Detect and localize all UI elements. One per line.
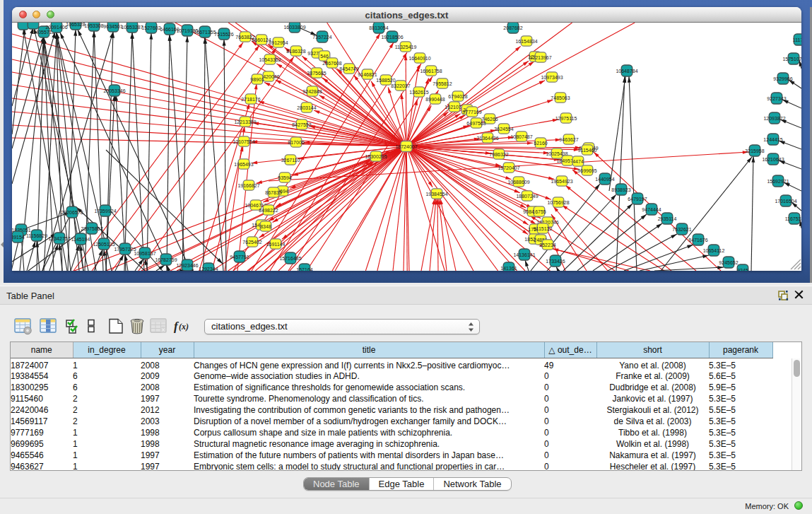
svg-text:9242848: 9242848 <box>302 89 322 94</box>
svg-text:7625402: 7625402 <box>242 240 261 245</box>
svg-text:1362615: 1362615 <box>409 90 428 95</box>
svg-text:12505135: 12505135 <box>93 242 114 247</box>
svg-text:(x): (x) <box>179 322 189 332</box>
svg-text:9146821: 9146821 <box>358 72 377 77</box>
svg-text:1691144: 1691144 <box>266 242 286 247</box>
svg-text:16033809: 16033809 <box>283 25 305 30</box>
svg-text:62160: 62160 <box>534 141 548 146</box>
svg-text:1733426: 1733426 <box>546 259 565 264</box>
svg-text:19166827: 19166827 <box>237 183 259 188</box>
svg-text:2803144: 2803144 <box>297 105 316 110</box>
svg-text:9329966: 9329966 <box>773 76 792 81</box>
svg-text:1440954: 1440954 <box>595 177 614 182</box>
svg-text:16640910: 16640910 <box>408 56 430 61</box>
svg-text:9699695: 9699695 <box>577 168 596 173</box>
svg-text:10688609: 10688609 <box>507 180 529 185</box>
svg-text:12923446: 12923446 <box>176 263 198 268</box>
svg-text:17957225: 17957225 <box>114 247 136 252</box>
svg-text:16210643: 16210643 <box>762 157 784 162</box>
svg-text:12213389: 12213389 <box>234 119 256 124</box>
svg-text:19218506: 19218506 <box>381 35 403 40</box>
svg-text:7632621: 7632621 <box>672 227 691 232</box>
svg-text:3267110: 3267110 <box>281 158 300 163</box>
svg-text:8912954: 8912954 <box>269 40 288 45</box>
svg-text:8498222: 8498222 <box>259 208 278 213</box>
svg-text:3875685: 3875685 <box>307 71 326 76</box>
svg-text:1527602: 1527602 <box>141 25 160 30</box>
svg-text:8348: 8348 <box>260 224 271 229</box>
svg-text:9457791: 9457791 <box>230 255 249 259</box>
svg-text:12093872: 12093872 <box>763 116 785 121</box>
svg-text:10958137: 10958137 <box>134 251 155 256</box>
svg-text:10654112: 10654112 <box>703 248 725 253</box>
svg-text:19384554: 19384554 <box>425 192 447 197</box>
svg-text:53594: 53594 <box>278 175 292 180</box>
svg-text:8990448: 8990448 <box>425 97 445 102</box>
svg-text:10653287: 10653287 <box>121 25 143 30</box>
svg-text:11156829: 11156829 <box>26 233 47 238</box>
svg-text:11325419: 11325419 <box>395 45 417 49</box>
svg-text:3624554: 3624554 <box>494 127 513 132</box>
svg-text:12213967: 12213967 <box>529 55 551 60</box>
svg-text:6479197: 6479197 <box>628 197 647 201</box>
svg-text:20206578: 20206578 <box>61 210 83 215</box>
svg-text:157164: 157164 <box>296 267 312 271</box>
svg-text:1965493: 1965493 <box>234 162 253 167</box>
svg-text:9777169: 9777169 <box>462 110 481 115</box>
svg-text:1953308: 1953308 <box>84 23 103 28</box>
svg-text:1145194: 1145194 <box>71 237 90 242</box>
svg-text:10807487: 10807487 <box>510 134 532 139</box>
svg-text:8186328: 8186328 <box>286 49 305 54</box>
svg-text:17359924: 17359924 <box>94 209 116 214</box>
svg-text:14136141: 14136141 <box>513 252 535 257</box>
svg-text:7986322: 7986322 <box>489 152 508 157</box>
svg-text:8322037: 8322037 <box>391 83 410 88</box>
svg-text:20091406: 20091406 <box>45 25 67 30</box>
svg-text:2718176: 2718176 <box>241 97 260 102</box>
svg-text:7485063: 7485063 <box>551 95 570 100</box>
svg-text:18724007: 18724007 <box>395 144 417 149</box>
svg-text:4474: 4474 <box>572 159 584 164</box>
svg-text:817006: 817006 <box>288 140 304 145</box>
svg-text:1588520: 1588520 <box>376 78 395 83</box>
svg-text:3215958: 3215958 <box>745 148 764 153</box>
svg-text:16961758: 16961758 <box>420 69 442 74</box>
svg-text:2087682: 2087682 <box>503 25 522 30</box>
svg-text:9245: 9245 <box>737 268 748 271</box>
svg-text:867833: 867833 <box>265 190 281 195</box>
svg-text:10756928: 10756928 <box>547 200 569 205</box>
svg-text:546: 546 <box>320 54 329 59</box>
svg-text:10543362: 10543362 <box>259 57 281 62</box>
svg-text:10107554: 10107554 <box>233 139 254 144</box>
svg-text:10648784: 10648784 <box>616 69 637 74</box>
svg-text:2935114: 2935114 <box>658 216 677 221</box>
svg-text:15720407: 15720407 <box>498 165 519 170</box>
svg-text:9634501: 9634501 <box>103 24 122 29</box>
svg-text:6497568: 6497568 <box>466 121 486 126</box>
svg-text:17016504: 17016504 <box>775 199 796 204</box>
svg-text:9463627: 9463627 <box>559 137 578 142</box>
svg-text:18300295: 18300295 <box>365 154 387 159</box>
svg-text:12975115: 12975115 <box>555 116 577 121</box>
svg-text:21364436: 21364436 <box>476 136 498 141</box>
svg-text:19654923: 19654923 <box>551 179 572 184</box>
svg-text:9227343: 9227343 <box>767 96 786 101</box>
svg-text:15716485: 15716485 <box>279 256 301 261</box>
svg-text:39154: 39154 <box>12 235 25 240</box>
svg-text:8454749: 8454749 <box>339 66 358 71</box>
svg-text:1167533: 1167533 <box>785 216 801 221</box>
svg-text:15751074: 15751074 <box>782 57 801 62</box>
svg-text:9245652: 9245652 <box>719 260 738 265</box>
svg-text:12342757: 12342757 <box>48 236 70 241</box>
svg-text:16782759: 16782759 <box>155 257 177 262</box>
svg-text:9115132: 9115132 <box>534 226 553 231</box>
svg-text:20053346: 20053346 <box>103 88 125 93</box>
svg-text:141361: 141361 <box>500 266 517 271</box>
svg-text:16671355: 16671355 <box>194 30 216 35</box>
svg-text:8471676: 8471676 <box>688 238 707 243</box>
svg-text:1292344: 1292344 <box>199 267 218 271</box>
svg-text:16154834: 16154834 <box>515 39 537 44</box>
svg-text:9474444: 9474444 <box>642 207 661 212</box>
svg-text:11170: 11170 <box>793 37 801 42</box>
svg-text:1244415: 1244415 <box>763 137 782 142</box>
